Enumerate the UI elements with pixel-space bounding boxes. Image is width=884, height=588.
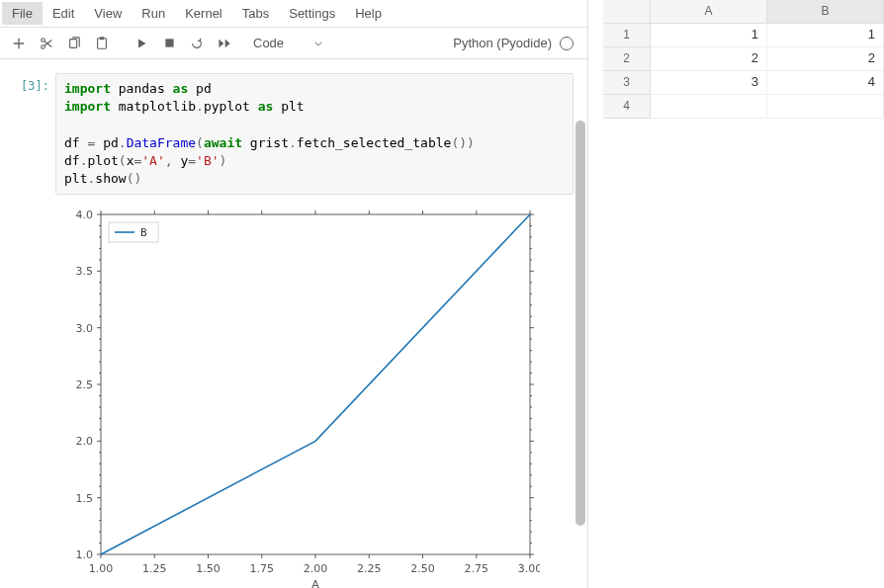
scrollbar-thumb[interactable] [575,121,585,526]
svg-text:2.50: 2.50 [410,562,435,575]
toolbar: Code Python (Pyodide) [0,28,587,59]
svg-text:4.0: 4.0 [76,209,94,221]
scrollbar[interactable] [575,121,585,526]
run-all-button[interactable] [212,31,237,56]
svg-text:2.5: 2.5 [76,378,94,391]
menu-edit[interactable]: Edit [43,2,84,25]
svg-rect-3 [98,38,107,48]
chevron-down-icon [313,39,323,48]
menu-run[interactable]: Run [132,2,175,25]
svg-text:2.75: 2.75 [465,562,489,575]
cell-output: 1.01.52.02.53.03.54.01.001.251.501.752.0… [55,199,574,588]
cell-2-A[interactable]: 2 [651,47,767,71]
restart-icon [190,37,204,50]
scissors-icon [40,37,53,50]
menu-help[interactable]: Help [345,2,392,25]
plus-icon [12,37,26,50]
cell-prompt: [3]: [6,73,55,588]
cell-3-A[interactable]: 3 [651,71,767,95]
svg-text:A: A [311,578,319,588]
svg-text:2.00: 2.00 [304,562,328,575]
fast-forward-icon [218,38,231,49]
cell-type-label: Code [253,36,284,50]
notebook-area: [3]: import pandas as pd import matplotl… [0,59,587,588]
restart-button[interactable] [184,31,210,56]
svg-rect-2 [70,39,77,47]
cell-1-A[interactable]: 1 [651,24,767,47]
row-header-3[interactable]: 3 [603,71,651,95]
clipboard-icon [95,37,109,50]
menu-kernel[interactable]: Kernel [175,2,232,25]
svg-text:1.75: 1.75 [250,562,275,575]
play-icon [135,38,147,49]
svg-text:1.0: 1.0 [76,548,94,561]
svg-text:3.00: 3.00 [518,562,540,575]
kernel-name[interactable]: Python (Pyodide) [453,36,552,50]
menubar: File Edit View Run Kernel Tabs Settings … [0,0,587,28]
svg-rect-5 [165,39,173,46]
col-header-B[interactable]: B [767,0,884,24]
spreadsheet-pane: AB1112223344 [603,0,884,588]
code-cell[interactable]: [3]: import pandas as pd import matplotl… [0,71,587,588]
add-cell-button[interactable] [6,31,32,56]
stop-icon [164,38,175,48]
jupyter-pane: File Edit View Run Kernel Tabs Settings … [0,0,588,588]
svg-text:3.0: 3.0 [76,322,94,335]
line-chart: 1.01.52.02.53.03.54.01.001.251.501.752.0… [55,203,540,588]
svg-text:1.25: 1.25 [142,562,167,575]
row-header-4[interactable]: 4 [603,95,651,119]
cell-1-B[interactable]: 1 [767,24,884,47]
svg-text:2.25: 2.25 [357,562,382,575]
svg-text:2.0: 2.0 [76,435,94,448]
menu-view[interactable]: View [84,2,132,25]
menu-settings[interactable]: Settings [279,2,345,25]
copy-icon [67,37,81,50]
stop-button[interactable] [156,31,182,56]
cell-2-B[interactable]: 2 [767,47,884,71]
menu-tabs[interactable]: Tabs [232,2,279,25]
row-header-1[interactable]: 1 [603,24,651,47]
cut-button[interactable] [34,31,59,56]
copy-button[interactable] [61,31,87,56]
cell-3-B[interactable]: 4 [767,71,884,95]
cell-type-select[interactable]: Code [245,36,331,50]
cell-4-A[interactable] [651,95,767,119]
code-editor[interactable]: import pandas as pd import matplotlib.py… [55,73,574,195]
run-button[interactable] [129,31,154,56]
svg-rect-6 [101,214,530,554]
col-header-A[interactable]: A [651,0,767,24]
svg-text:1.50: 1.50 [196,562,221,575]
row-header-2[interactable]: 2 [603,47,651,71]
cell-4-B[interactable] [767,95,884,119]
spreadsheet[interactable]: AB1112223344 [603,0,884,119]
svg-text:1.5: 1.5 [76,492,94,505]
svg-text:1.00: 1.00 [89,562,114,575]
menu-file[interactable]: File [2,2,43,25]
corner-cell[interactable] [603,0,651,24]
svg-text:3.5: 3.5 [76,265,94,278]
svg-text:B: B [140,226,147,239]
kernel-status-icon[interactable] [560,37,574,50]
paste-button[interactable] [89,31,115,56]
